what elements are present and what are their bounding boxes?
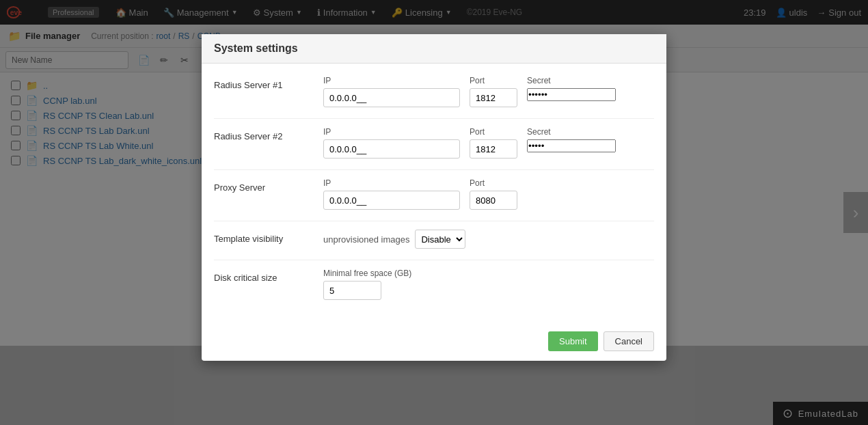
proxy-port-group: Port <box>470 178 517 210</box>
proxy-section: Proxy Server IP Port <box>214 178 654 210</box>
ip-label: IP <box>323 76 460 85</box>
proxy-fields: IP Port <box>323 178 654 210</box>
radius2-port-group: Port <box>470 127 517 159</box>
template-fields: unprovisioned images Disable Enable <box>323 230 654 249</box>
radius1-label: Radius Server #1 <box>214 76 323 90</box>
radius2-label: Radius Server #2 <box>214 127 323 141</box>
radius2-ip-group: IP <box>323 127 460 159</box>
proxy-ip-group: IP <box>323 178 460 210</box>
proxy-label: Proxy Server <box>214 178 323 193</box>
divider4 <box>214 260 654 260</box>
radius2-fields: IP Port Secret <box>323 127 654 159</box>
radius1-port-input[interactable] <box>470 88 517 107</box>
proxy-port-input[interactable] <box>470 191 517 210</box>
visibility-row: unprovisioned images Disable Enable <box>323 230 465 249</box>
template-section: Template visibility unprovisioned images… <box>214 230 654 249</box>
disk-minimal-label: Minimal free space (GB) <box>323 269 411 278</box>
port-label3: Port <box>470 178 517 188</box>
secret-label: Secret <box>527 76 616 85</box>
disk-spinbox <box>323 281 411 300</box>
radius2-secret-input[interactable] <box>527 139 616 152</box>
disk-section: Disk critical size Minimal free space (G… <box>214 269 654 300</box>
radius1-ip-group: IP <box>323 76 460 107</box>
radius1-section: Radius Server #1 IP Port Secret <box>214 76 654 107</box>
proxy-ip-input[interactable] <box>323 191 460 210</box>
port-label: Port <box>470 76 517 85</box>
disk-fields: Minimal free space (GB) <box>323 269 654 300</box>
divider1 <box>214 118 654 119</box>
modal-body: Radius Server #1 IP Port Secret <box>202 64 666 323</box>
radius1-fields: IP Port Secret <box>323 76 654 107</box>
radius1-secret-group: Secret <box>527 76 616 107</box>
port-label2: Port <box>470 127 517 137</box>
cancel-button[interactable]: Cancel <box>603 331 654 351</box>
submit-button[interactable]: Submit <box>548 331 597 351</box>
divider2 <box>214 169 654 170</box>
system-settings-modal: System settings Radius Server #1 IP Port <box>202 34 666 361</box>
template-label: Template visibility <box>214 230 323 244</box>
radius2-secret-group: Secret <box>527 127 616 159</box>
radius1-port-spinbox <box>470 88 517 107</box>
disk-space-input[interactable] <box>323 281 381 300</box>
radius2-ip-input[interactable] <box>323 139 460 159</box>
radius2-port-spinbox <box>470 139 517 159</box>
secret-label2: Secret <box>527 127 616 137</box>
disk-space-group: Minimal free space (GB) <box>323 269 411 300</box>
modal-overlay: System settings Radius Server #1 IP Port <box>0 0 868 425</box>
radius2-port-input[interactable] <box>470 139 517 159</box>
radius1-secret-input[interactable] <box>527 88 616 101</box>
modal-header: System settings <box>202 34 666 64</box>
template-visibility-select[interactable]: Disable Enable <box>415 230 465 249</box>
modal-footer: Submit Cancel <box>202 323 666 361</box>
radius1-port-group: Port <box>470 76 517 107</box>
proxy-port-spinbox <box>470 191 517 210</box>
radius1-ip-input[interactable] <box>323 88 460 107</box>
radius2-section: Radius Server #2 IP Port Secret <box>214 127 654 159</box>
disk-label: Disk critical size <box>214 269 323 283</box>
divider3 <box>214 221 654 221</box>
ip-label3: IP <box>323 178 460 188</box>
ip-label2: IP <box>323 127 460 137</box>
unprovisioned-label: unprovisioned images <box>323 234 409 245</box>
